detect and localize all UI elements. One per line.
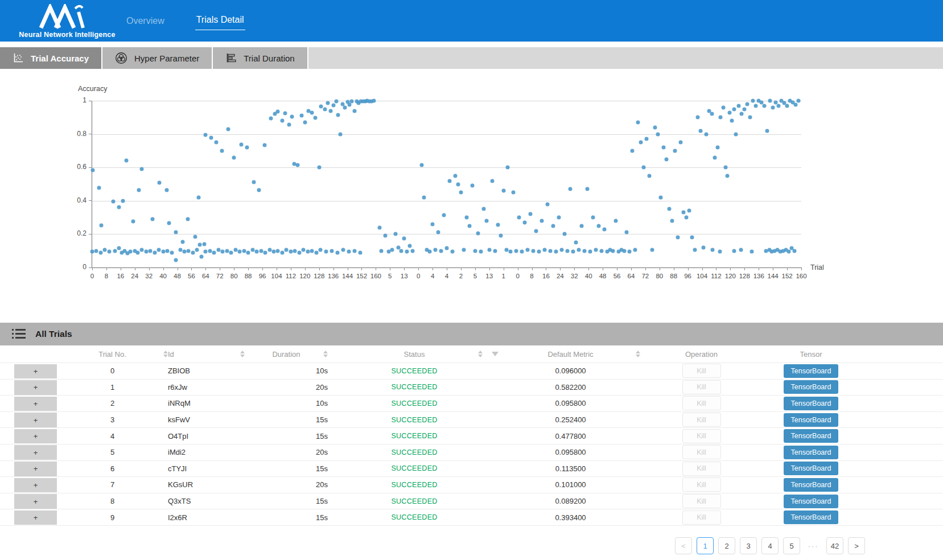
scatter-point[interactable] — [493, 249, 497, 253]
scatter-point[interactable] — [628, 250, 632, 254]
scatter-point[interactable] — [732, 249, 736, 253]
scatter-point[interactable] — [794, 103, 798, 107]
scatter-point[interactable] — [568, 187, 572, 191]
scatter-point[interactable] — [705, 132, 709, 136]
scatter-point[interactable] — [348, 103, 352, 107]
scatter-point[interactable] — [285, 248, 289, 252]
scatter-point[interactable] — [504, 248, 508, 252]
scatter-point[interactable] — [462, 248, 466, 252]
scatter-point[interactable] — [310, 110, 314, 114]
scatter-point[interactable] — [121, 199, 125, 203]
scatter-point[interactable] — [456, 182, 460, 186]
filter-icon[interactable] — [492, 352, 499, 356]
scatter-point[interactable] — [532, 249, 536, 253]
scatter-point[interactable] — [737, 104, 741, 108]
scatter-point[interactable] — [751, 99, 755, 103]
row-expander-button[interactable]: + — [14, 494, 57, 509]
scatter-point[interactable] — [331, 104, 335, 108]
scatter-point[interactable] — [594, 248, 598, 252]
scatter-point[interactable] — [229, 250, 233, 254]
kill-button[interactable]: Kill — [682, 364, 721, 378]
scatter-point[interactable] — [428, 250, 432, 254]
scatter-point[interactable] — [693, 248, 697, 252]
scatter-point[interactable] — [124, 158, 128, 162]
tensorboard-button[interactable]: TensorBoard — [784, 478, 838, 492]
sort-icon[interactable] — [478, 351, 483, 357]
scatter-point[interactable] — [690, 236, 694, 240]
scatter-point[interactable] — [633, 248, 637, 252]
page-next-button[interactable]: > — [848, 537, 865, 554]
kill-button[interactable]: Kill — [682, 380, 721, 394]
scatter-point[interactable] — [330, 249, 334, 253]
column-header-default-metric[interactable]: Default Metric — [501, 345, 640, 363]
scatter-point[interactable] — [186, 217, 190, 221]
scatter-point[interactable] — [239, 142, 243, 146]
scatter-point[interactable] — [377, 225, 381, 229]
scatter-point[interactable] — [204, 133, 208, 137]
scatter-point[interactable] — [645, 137, 649, 141]
scatter-point[interactable] — [289, 250, 293, 254]
scatter-point[interactable] — [174, 230, 178, 234]
scatter-point[interactable] — [255, 250, 259, 254]
scatter-point[interactable] — [216, 248, 220, 252]
scatter-point[interactable] — [450, 250, 454, 254]
scatter-point[interactable] — [682, 211, 686, 215]
subtab-trial-accuracy[interactable]: Trial Accuracy — [0, 47, 102, 69]
scatter-point[interactable] — [161, 250, 165, 254]
scatter-point[interactable] — [215, 141, 219, 145]
scatter-point[interactable] — [648, 174, 652, 178]
scatter-point[interactable] — [721, 105, 725, 109]
scatter-point[interactable] — [768, 99, 772, 103]
scatter-point[interactable] — [324, 250, 328, 254]
scatter-point[interactable] — [499, 234, 503, 238]
scatter-point[interactable] — [257, 188, 261, 192]
scatter-point[interactable] — [422, 195, 426, 199]
scatter-point[interactable] — [625, 230, 629, 234]
scatter-point[interactable] — [202, 242, 206, 246]
scatter-point[interactable] — [743, 107, 747, 111]
scatter-point[interactable] — [245, 146, 249, 150]
scatter-point[interactable] — [267, 248, 271, 252]
scatter-point[interactable] — [636, 121, 640, 125]
scatter-point[interactable] — [353, 249, 357, 253]
scatter-point[interactable] — [512, 191, 516, 195]
scatter-point[interactable] — [187, 249, 191, 253]
scatter-point[interactable] — [670, 219, 674, 223]
scatter-point[interactable] — [372, 99, 376, 103]
scatter-point[interactable] — [100, 223, 104, 227]
scatter-point[interactable] — [740, 112, 744, 116]
scatter-point[interactable] — [317, 166, 321, 170]
scatter-point[interactable] — [323, 107, 327, 111]
scatter-point[interactable] — [754, 104, 758, 108]
scatter-point[interactable] — [158, 180, 162, 184]
scatter-point[interactable] — [343, 106, 347, 110]
scatter-point[interactable] — [405, 250, 409, 254]
page-button-3[interactable]: 3 — [740, 537, 757, 554]
row-expander-button[interactable]: + — [14, 364, 57, 379]
scatter-point[interactable] — [227, 127, 230, 131]
scatter-point[interactable] — [470, 184, 474, 188]
scatter-point[interactable] — [195, 248, 199, 252]
scatter-point[interactable] — [622, 249, 626, 253]
scatter-point[interactable] — [520, 250, 524, 254]
scatter-point[interactable] — [453, 174, 457, 178]
scatter-point[interactable] — [117, 205, 121, 209]
scatter-point[interactable] — [596, 224, 600, 228]
scatter-point[interactable] — [209, 136, 213, 140]
scatter-point[interactable] — [748, 116, 752, 120]
scatter-point[interactable] — [514, 249, 518, 253]
sort-icon[interactable] — [323, 351, 328, 357]
scatter-point[interactable] — [476, 231, 480, 235]
scatter-point[interactable] — [554, 250, 558, 254]
scatter-point[interactable] — [665, 157, 669, 161]
scatter-point[interactable] — [732, 107, 736, 111]
scatter-point[interactable] — [506, 166, 510, 170]
scatter-point[interactable] — [140, 167, 144, 171]
scatter-point[interactable] — [336, 250, 340, 254]
scatter-point[interactable] — [559, 248, 563, 252]
scatter-point[interactable] — [233, 248, 237, 252]
scatter-point[interactable] — [631, 149, 635, 153]
scatter-point[interactable] — [728, 110, 732, 114]
scatter-point[interactable] — [91, 168, 95, 172]
scatter-point[interactable] — [642, 166, 646, 170]
